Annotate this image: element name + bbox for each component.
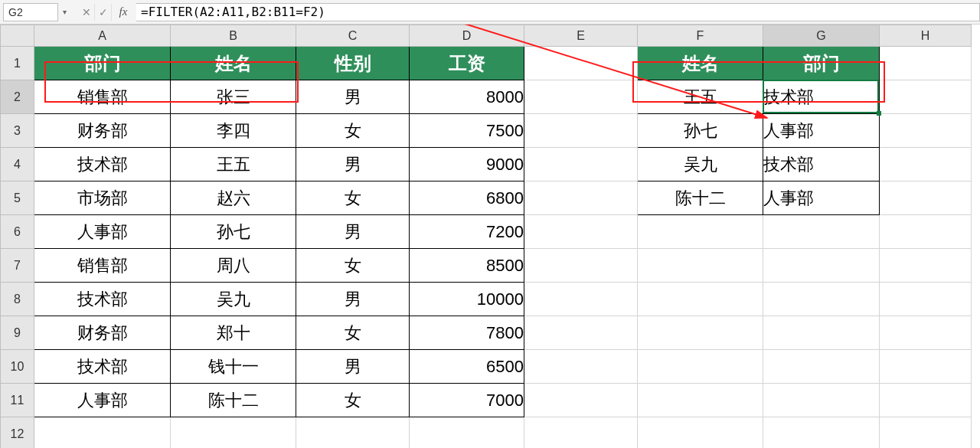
col-header-E[interactable]: E	[524, 25, 638, 47]
cell-B6[interactable]: 孙七	[171, 215, 296, 249]
cell-A2[interactable]: 销售部	[34, 80, 171, 114]
cell-B7[interactable]: 周八	[171, 249, 296, 283]
row-header-6[interactable]: 6	[1, 215, 34, 249]
cell-H9[interactable]	[880, 316, 972, 350]
row-header-1[interactable]: 1	[1, 47, 34, 80]
cell-F4[interactable]: 吴九	[638, 148, 763, 181]
row-header-8[interactable]: 8	[1, 283, 34, 316]
cell-H2[interactable]	[880, 80, 972, 114]
cell-A5[interactable]: 市场部	[34, 181, 171, 215]
cell-E3[interactable]	[524, 114, 638, 148]
cell-A12[interactable]	[34, 417, 171, 449]
name-box-dropdown-icon[interactable]: ▾	[60, 3, 69, 21]
col-header-H[interactable]: H	[880, 25, 972, 47]
select-all-corner[interactable]	[1, 25, 34, 47]
cell-F11[interactable]	[638, 384, 763, 417]
cell-H3[interactable]	[880, 114, 972, 148]
cell-D10[interactable]: 6500	[410, 350, 524, 384]
cell-E8[interactable]	[524, 283, 638, 316]
row-header-2[interactable]: 2	[1, 80, 34, 114]
cell-F10[interactable]	[638, 350, 763, 384]
cell-B9[interactable]: 郑十	[171, 316, 296, 350]
cell-C3[interactable]: 女	[296, 114, 410, 148]
cell-D8[interactable]: 10000	[410, 283, 524, 316]
cell-B5[interactable]: 赵六	[171, 181, 296, 215]
cell-C2[interactable]: 男	[296, 80, 410, 114]
cell-G5[interactable]: 人事部	[763, 181, 880, 215]
cell-H4[interactable]	[880, 148, 972, 181]
cell-H6[interactable]	[880, 215, 972, 249]
cell-B10[interactable]: 钱十一	[171, 350, 296, 384]
name-box[interactable]: G2	[3, 3, 58, 21]
cell-H1[interactable]	[880, 47, 972, 80]
cell-B11[interactable]: 陈十二	[171, 384, 296, 417]
cell-A7[interactable]: 销售部	[34, 249, 171, 283]
cell-A8[interactable]: 技术部	[34, 283, 171, 316]
cell-D6[interactable]: 7200	[410, 215, 524, 249]
cell-H5[interactable]	[880, 181, 972, 215]
cell-C12[interactable]	[296, 417, 410, 449]
col-header-D[interactable]: D	[410, 25, 524, 47]
cell-E1[interactable]	[524, 47, 638, 80]
cell-D3[interactable]: 7500	[410, 114, 524, 148]
cell-F9[interactable]	[638, 316, 763, 350]
cell-G11[interactable]	[763, 384, 880, 417]
cell-E11[interactable]	[524, 384, 638, 417]
col-header-G[interactable]: G	[763, 25, 880, 47]
col-header-C[interactable]: C	[296, 25, 410, 47]
cell-D1[interactable]: 工资	[410, 47, 524, 80]
fill-handle[interactable]	[877, 111, 881, 116]
cell-B3[interactable]: 李四	[171, 114, 296, 148]
cell-F7[interactable]	[638, 249, 763, 283]
cell-C6[interactable]: 男	[296, 215, 410, 249]
cell-H7[interactable]	[880, 249, 972, 283]
cell-C5[interactable]: 女	[296, 181, 410, 215]
row-header-11[interactable]: 11	[1, 384, 34, 417]
cell-G7[interactable]	[763, 249, 880, 283]
row-header-5[interactable]: 5	[1, 181, 34, 215]
cell-C8[interactable]: 男	[296, 283, 410, 316]
cell-H10[interactable]	[880, 350, 972, 384]
cell-F5[interactable]: 陈十二	[638, 181, 763, 215]
cell-A6[interactable]: 人事部	[34, 215, 171, 249]
cell-C9[interactable]: 女	[296, 316, 410, 350]
row-header-12[interactable]: 12	[1, 417, 34, 449]
cell-G10[interactable]	[763, 350, 880, 384]
cell-G2[interactable]: 技术部	[763, 80, 880, 114]
cell-H8[interactable]	[880, 283, 972, 316]
cell-G6[interactable]	[763, 215, 880, 249]
cell-E10[interactable]	[524, 350, 638, 384]
col-header-F[interactable]: F	[638, 25, 763, 47]
cell-A1[interactable]: 部门	[34, 47, 171, 80]
cell-D5[interactable]: 6800	[410, 181, 524, 215]
row-header-7[interactable]: 7	[1, 249, 34, 283]
cell-C4[interactable]: 男	[296, 148, 410, 181]
cell-B2[interactable]: 张三	[171, 80, 296, 114]
cancel-formula-button[interactable]: ✕	[78, 4, 95, 21]
cell-E4[interactable]	[524, 148, 638, 181]
cell-D2[interactable]: 8000	[410, 80, 524, 114]
cell-A3[interactable]: 财务部	[34, 114, 171, 148]
cell-H12[interactable]	[880, 417, 972, 449]
cell-A4[interactable]: 技术部	[34, 148, 171, 181]
cell-G8[interactable]	[763, 283, 880, 316]
cell-G3[interactable]: 人事部	[763, 114, 880, 148]
cell-E2[interactable]	[524, 80, 638, 114]
cell-D11[interactable]: 7000	[410, 384, 524, 417]
cell-F1[interactable]: 姓名	[638, 47, 763, 80]
row-header-3[interactable]: 3	[1, 114, 34, 148]
confirm-formula-button[interactable]: ✓	[95, 4, 112, 21]
cell-F6[interactable]	[638, 215, 763, 249]
spreadsheet-grid[interactable]: A B C D E F G H 1 部门 姓名 性别 工资 姓名 部门 2 销售…	[0, 25, 980, 448]
cell-C11[interactable]: 女	[296, 384, 410, 417]
cell-H11[interactable]	[880, 384, 972, 417]
cell-G4[interactable]: 技术部	[763, 148, 880, 181]
cell-E12[interactable]	[524, 417, 638, 449]
cell-B4[interactable]: 王五	[171, 148, 296, 181]
cell-C10[interactable]: 男	[296, 350, 410, 384]
cell-F2[interactable]: 王五	[638, 80, 763, 114]
row-header-10[interactable]: 10	[1, 350, 34, 384]
cell-G9[interactable]	[763, 316, 880, 350]
cell-B8[interactable]: 吴九	[171, 283, 296, 316]
formula-input[interactable]: =FILTER(A2:A11,B2:B11=F2)	[136, 3, 980, 21]
